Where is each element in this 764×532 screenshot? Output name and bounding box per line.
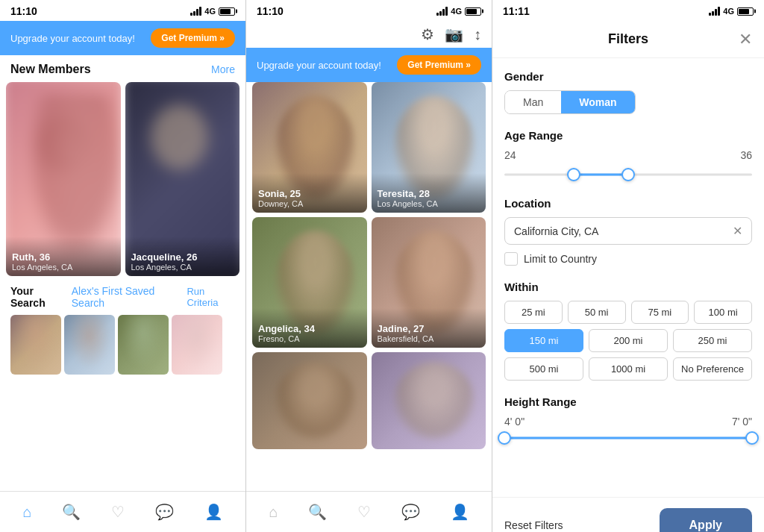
member-card-6[interactable] (372, 352, 486, 449)
apply-filters-btn[interactable]: Apply (660, 508, 752, 532)
location-section: Location California City, CA ✕ Limit to … (504, 197, 752, 266)
member-card-teresita[interactable]: Teresita, 28 Los Angeles, CA (372, 82, 486, 213)
height-slider[interactable] (504, 431, 752, 445)
search-photo-4[interactable] (172, 315, 222, 375)
location-input-wrap[interactable]: California City, CA ✕ (504, 217, 752, 245)
nav-heart-1[interactable]: ♡ (102, 498, 134, 525)
add-icon[interactable]: 📷 (445, 25, 463, 43)
get-premium-btn-2[interactable]: Get Premium » (397, 55, 481, 75)
age-slider[interactable] (504, 167, 752, 182)
filters-body: Gender Man Woman Age Range 24 36 (492, 58, 764, 497)
within-chips-row1: 25 mi 50 mi 75 mi 100 mi (504, 301, 752, 324)
member-card-jacqueline[interactable]: Jacqueline, 26 Los Angeles, CA (125, 82, 240, 276)
chip-250mi[interactable]: 250 mi (673, 329, 752, 352)
search-photos-row (10, 315, 235, 375)
search-photo-3[interactable] (118, 315, 169, 375)
height-range-values: 4' 0" 7' 0" (504, 416, 752, 428)
nav-profile-2[interactable]: 👤 (442, 498, 478, 525)
signal-icon-2 (436, 7, 448, 16)
sonia-location: Downey, CA (258, 199, 361, 208)
jacqueline-location: Los Angeles, CA (131, 263, 234, 272)
nav-heart-2[interactable]: ♡ (348, 498, 380, 525)
members-grid-1: Ruth, 36 Los Angeles, CA Jacqueline, 26 … (0, 82, 245, 276)
network-label-1: 4G (204, 7, 216, 16)
gender-section: Gender Man Woman (504, 70, 752, 114)
ruth-name: Ruth, 36 (12, 251, 115, 263)
nav-home-1[interactable]: ⌂ (13, 499, 40, 525)
close-filters-btn[interactable]: ✕ (739, 30, 752, 49)
status-bar-3: 11:11 4G (492, 0, 764, 21)
member-card-sonia[interactable]: Sonia, 25 Downey, CA (252, 82, 367, 213)
filters-panel: Filters ✕ Gender Man Woman Age Range 24 … (492, 21, 764, 532)
nav-chat-1[interactable]: 💬 (146, 498, 183, 525)
member-card-angelica[interactable]: Angelica, 34 Fresno, CA (252, 217, 367, 348)
run-criteria-link[interactable]: Run Criteria (187, 286, 235, 308)
age-slider-thumb-right[interactable] (621, 168, 635, 181)
nav-home-2[interactable]: ⌂ (260, 499, 286, 525)
teresita-info: Teresita, 28 Los Angeles, CA (372, 173, 486, 213)
gender-man-btn[interactable]: Man (505, 91, 561, 113)
member-card-5[interactable] (252, 352, 367, 449)
location-clear-btn[interactable]: ✕ (733, 224, 742, 238)
sonia-name: Sonia, 25 (258, 188, 361, 199)
age-range-label: Age Range (504, 129, 752, 142)
bottom-nav-2: ⌂ 🔍 ♡ 💬 👤 (246, 491, 492, 532)
teresita-location: Los Angeles, CA (378, 199, 480, 208)
network-label-3: 4G (723, 7, 734, 16)
filter-icon[interactable]: ⚙ (421, 25, 434, 43)
signal-icon-3 (709, 7, 720, 16)
battery-icon-1 (219, 7, 235, 16)
nav-profile-1[interactable]: 👤 (195, 498, 232, 525)
chip-100mi[interactable]: 100 mi (694, 301, 752, 324)
search-photo-1[interactable] (10, 315, 61, 375)
chip-1000mi[interactable]: 1000 mi (589, 357, 668, 381)
within-label: Within (504, 281, 752, 293)
more-link[interactable]: More (211, 63, 235, 75)
battery-icon-3 (737, 7, 754, 16)
upgrade-text-1: Upgrade your account today! (10, 33, 135, 44)
time-1: 11:10 (10, 5, 37, 17)
chip-200mi[interactable]: 200 mi (589, 329, 668, 352)
nav-chat-2[interactable]: 💬 (392, 498, 429, 525)
jacqueline-info: Jacqueline, 26 Los Angeles, CA (125, 237, 240, 276)
chip-50mi[interactable]: 50 mi (568, 301, 626, 324)
chip-25mi[interactable]: 25 mi (504, 301, 563, 324)
height-slider-thumb-left[interactable] (498, 431, 511, 445)
chip-75mi[interactable]: 75 mi (631, 301, 689, 324)
limit-to-country-row: Limit to Country (504, 252, 752, 266)
age-max: 36 (740, 149, 752, 161)
reset-filters-btn[interactable]: Reset Filters (504, 519, 563, 531)
members-grid-2: Sonia, 25 Downey, CA Teresita, 28 Los An… (246, 82, 492, 449)
gender-label: Gender (504, 70, 752, 83)
jacqueline-name: Jacqueline, 26 (131, 251, 234, 263)
battery-icon-2 (465, 7, 481, 16)
upgrade-banner-1: Upgrade your account today! Get Premium … (0, 21, 245, 55)
age-slider-thumb-left[interactable] (567, 168, 580, 181)
get-premium-btn-1[interactable]: Get Premium » (151, 28, 235, 48)
height-slider-thumb-right[interactable] (745, 431, 759, 445)
slider-fill-height (504, 437, 752, 439)
limit-country-checkbox[interactable] (504, 252, 518, 266)
member-card-ruth[interactable]: Ruth, 36 Los Angeles, CA (6, 82, 121, 276)
toolbar-2: ⚙ 📷 ↕ (246, 21, 492, 48)
nav-search-2[interactable]: 🔍 (299, 498, 336, 525)
photo-6 (372, 352, 486, 449)
chip-no-preference[interactable]: No Preference (673, 357, 752, 381)
status-icons-2: 4G (436, 7, 481, 16)
saved-search-name[interactable]: Alex's First Saved Search (72, 285, 183, 309)
sort-icon[interactable]: ↕ (474, 26, 481, 43)
nav-search-1[interactable]: 🔍 (53, 498, 90, 525)
age-range-section: Age Range 24 36 (504, 129, 752, 182)
member-card-jadine[interactable]: Jadine, 27 Bakersfield, CA (372, 217, 486, 348)
gender-woman-btn[interactable]: Woman (561, 91, 634, 113)
chip-150mi[interactable]: 150 mi (504, 329, 583, 352)
your-search-section: Your Search Alex's First Saved Search Ru… (0, 276, 245, 381)
angelica-info: Angelica, 34 Fresno, CA (252, 308, 367, 348)
search-photo-2[interactable] (64, 315, 115, 375)
chip-500mi[interactable]: 500 mi (504, 357, 583, 381)
height-max: 7' 0" (732, 416, 752, 428)
status-icons-1: 4G (190, 7, 235, 16)
slider-fill-age (574, 174, 628, 176)
angelica-location: Fresno, CA (258, 334, 361, 343)
time-2: 11:10 (257, 5, 284, 17)
